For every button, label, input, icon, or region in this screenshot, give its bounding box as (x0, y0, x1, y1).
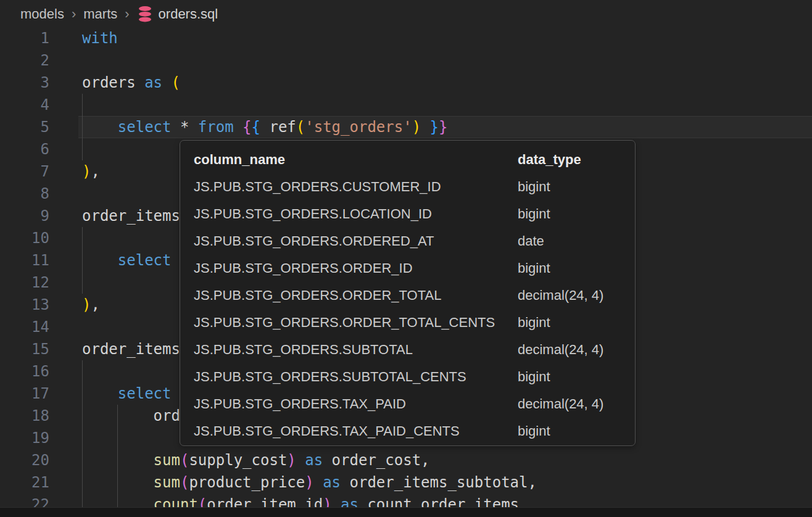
breadcrumb-item-marts[interactable]: marts (83, 6, 117, 22)
code-token: } (439, 118, 447, 136)
code-token (314, 474, 323, 491)
popup-row: JS.PUB.STG_ORDERS.CUSTOMER_IDbigint (180, 173, 635, 201)
code-token (421, 118, 429, 136)
code-token: , (91, 296, 99, 313)
code-text[interactable]: sum(product_price) as order_items_subtot… (78, 471, 812, 494)
line-number: 1 (0, 27, 78, 49)
popup-row: JS.PUB.STG_ORDERS.ORDERED_ATdate (180, 228, 635, 255)
code-line[interactable]: 4 (0, 94, 812, 116)
popup-row: JS.PUB.STG_ORDERS.ORDER_TOTAL_CENTSbigin… (180, 309, 635, 336)
line-number: 21 (0, 471, 78, 494)
code-token: product_price (189, 474, 305, 491)
code-token: order_cost, (323, 452, 429, 469)
popup-row: JS.PUB.STG_ORDERS.LOCATION_IDbigint (180, 201, 635, 228)
code-token: ( (198, 496, 207, 507)
code-token: orders (82, 74, 144, 91)
code-token: order_item_id (207, 496, 323, 507)
popup-row: JS.PUB.STG_ORDERS.SUBTOTAL_CENTSbigint (180, 363, 635, 391)
code-text[interactable]: sum(supply_cost) as order_cost, (78, 449, 812, 471)
code-token: , (91, 163, 99, 180)
code-token: sum (154, 474, 180, 491)
code-token: sum (154, 452, 180, 469)
popup-data-type: bigint (518, 309, 550, 336)
code-line[interactable]: 21 sum(product_price) as order_items_sub… (0, 471, 812, 494)
line-number: 9 (0, 205, 78, 227)
popup-data-type: bigint (518, 173, 550, 201)
code-text[interactable]: with (78, 27, 812, 49)
line-number: 10 (0, 227, 78, 249)
popup-row: JS.PUB.STG_ORDERS.TAX_PAID_CENTSbigint (180, 418, 635, 445)
line-number: 12 (0, 271, 78, 294)
code-token: order_items (82, 341, 180, 358)
code-line[interactable]: 2 (0, 49, 812, 72)
popup-data-type: bigint (518, 418, 550, 445)
chevron-right-icon: › (117, 6, 136, 22)
code-token: * (172, 118, 198, 136)
line-number: 15 (0, 338, 78, 360)
code-token: ( (180, 452, 189, 469)
code-token: ) (82, 163, 91, 180)
code-text[interactable] (78, 49, 812, 72)
code-token: ) (323, 496, 331, 507)
line-number: 18 (0, 405, 78, 427)
code-token (82, 252, 118, 269)
line-number: 17 (0, 383, 78, 405)
popup-column-name: JS.PUB.STG_ORDERS.LOCATION_ID (194, 206, 432, 221)
popup-data-type-header: data_type (518, 146, 581, 173)
code-token (296, 452, 305, 469)
code-line[interactable]: 1with (0, 27, 812, 49)
code-line[interactable]: 3orders as ( (0, 72, 812, 94)
line-number: 8 (0, 183, 78, 205)
indent-guide (82, 94, 83, 160)
line-number: 20 (0, 449, 78, 471)
popup-header-row: column_name data_type (180, 146, 635, 173)
code-token: { (242, 118, 251, 136)
line-number: 22 (0, 494, 78, 507)
popup-row: JS.PUB.STG_ORDERS.ORDER_TOTALdecimal(24,… (180, 282, 635, 309)
code-text[interactable]: count(order_item_id) as count_order_item… (78, 494, 812, 507)
code-token: ord (82, 407, 180, 424)
popup-column-name: JS.PUB.STG_ORDERS.SUBTOTAL (194, 342, 413, 357)
popup-data-type: bigint (518, 201, 550, 228)
code-token: from (198, 118, 234, 136)
file-name: orders.sql (159, 6, 218, 22)
code-token: { (252, 118, 260, 136)
popup-row: JS.PUB.STG_ORDERS.ORDER_IDbigint (180, 255, 635, 282)
code-line[interactable]: 5 select * from {{ ref('stg_orders') }} (0, 116, 812, 138)
popup-data-type: date (518, 228, 544, 255)
code-line[interactable]: 22 count(order_item_id) as count_order_i… (0, 494, 812, 507)
popup-column-name: JS.PUB.STG_ORDERS.SUBTOTAL_CENTS (194, 369, 466, 384)
code-token: } (430, 118, 439, 136)
code-text[interactable] (78, 94, 812, 116)
code-token: select (118, 252, 172, 269)
code-token: ) (82, 296, 91, 313)
code-token: as (305, 452, 323, 469)
bottom-panel-edge (0, 507, 812, 517)
code-line[interactable]: 20 sum(supply_cost) as order_cost, (0, 449, 812, 471)
code-token: order_items (82, 207, 180, 225)
line-number: 2 (0, 49, 78, 72)
popup-column-name: JS.PUB.STG_ORDERS.TAX_PAID_CENTS (194, 423, 460, 439)
breadcrumb-item-file[interactable]: orders.sql (137, 6, 218, 23)
code-token: ( (180, 474, 189, 491)
popup-column-name: JS.PUB.STG_ORDERS.ORDER_ID (194, 260, 413, 276)
code-token: ref (260, 118, 296, 136)
code-text[interactable]: orders as ( (78, 72, 812, 94)
popup-data-type: decimal(24, 4) (518, 282, 603, 309)
breadcrumb: models › marts › orders.sql (0, 0, 812, 28)
code-token (162, 74, 171, 91)
code-token (82, 118, 118, 136)
hover-popup: column_name data_type JS.PUB.STG_ORDERS.… (180, 140, 636, 446)
line-number: 14 (0, 316, 78, 338)
popup-data-type: decimal(24, 4) (518, 391, 603, 418)
line-number: 11 (0, 249, 78, 271)
code-token: supply_cost (189, 452, 287, 469)
popup-column-name: JS.PUB.STG_ORDERS.TAX_PAID (194, 396, 406, 412)
code-token: count_order_items (358, 496, 519, 507)
code-text[interactable]: select * from {{ ref('stg_orders') }} (78, 116, 812, 138)
line-number: 6 (0, 138, 78, 160)
breadcrumb-item-models[interactable]: models (20, 6, 64, 22)
popup-column-name: JS.PUB.STG_ORDERS.ORDERED_AT (194, 233, 434, 249)
line-number: 16 (0, 360, 78, 383)
code-token: as (323, 474, 341, 491)
